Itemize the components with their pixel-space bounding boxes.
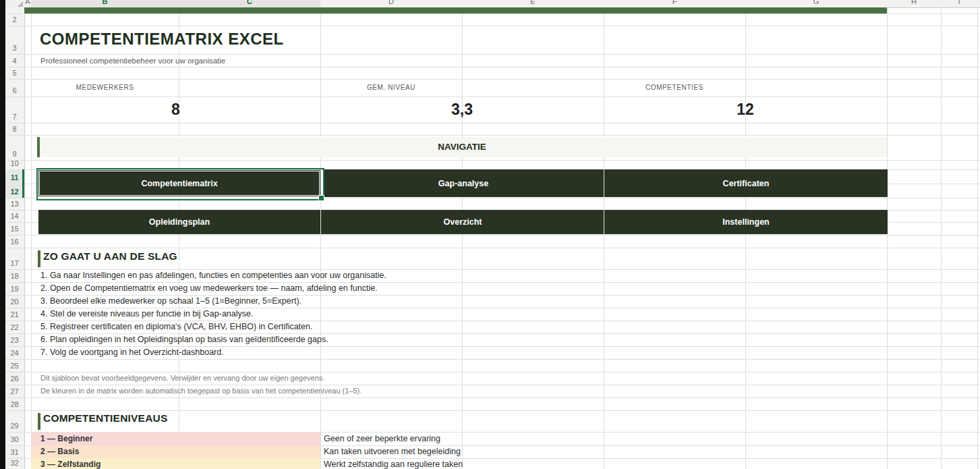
getting-started-heading: ZO GAAT U AAN DE SLAG (43, 250, 177, 263)
step-item: 6. Plan opleidingen in het Opleidingspla… (40, 333, 328, 346)
row-header[interactable]: 23 (5, 335, 24, 346)
step-item: 3. Beoordeel elke medewerker op schaal 1… (40, 295, 301, 308)
row-header[interactable]: 32 (5, 458, 24, 468)
gridline (5, 13, 980, 14)
row-header[interactable]: 18 (5, 271, 24, 281)
column-header-f[interactable]: F (604, 0, 745, 7)
row-header[interactable]: 19 (5, 283, 24, 294)
level-label: 1 — Beginner (31, 432, 320, 445)
row-header[interactable]: 3 (5, 43, 24, 53)
column-header-h[interactable]: H (887, 0, 941, 7)
step-item: 2. Open de Competentiematrix en voeg uw … (40, 282, 378, 295)
navigation-band: NAVIGATIE (37, 137, 887, 157)
level-label: 2 — Basis (31, 445, 320, 458)
nav-button-opleidingsplan[interactable]: Opleidingsplan (38, 210, 320, 234)
top-accent-band (24, 7, 887, 13)
level-row-1: 1 — Beginner (31, 432, 320, 445)
gridline (5, 123, 980, 123)
row-header[interactable]: 10 (5, 158, 24, 169)
gridline (5, 397, 980, 398)
level-description: Kan taken uitvoeren met begeleiding (324, 445, 461, 458)
gridline (5, 235, 980, 236)
stat-value-competenties: 12 (604, 96, 887, 123)
row-header[interactable]: 13 (5, 198, 24, 209)
column-header-i[interactable]: I (941, 0, 977, 7)
row-header[interactable]: 20 (5, 296, 24, 307)
spreadsheet-window: A B C D E F G H I 2 3 4 5 6 7 8 9 10 11 … (0, 0, 980, 469)
stat-label-medewerkers: MEDEWERKERS (31, 79, 179, 96)
row-header[interactable]: 15 (5, 223, 24, 234)
gridline (462, 7, 463, 469)
row-header[interactable]: 4 (5, 55, 24, 66)
nav-button-certificaten[interactable]: Certificaten (604, 169, 888, 197)
step-item: 4. Stel de vereiste niveaus per functie … (40, 308, 253, 321)
level-description: Werkt zelfstandig aan reguliere taken (324, 458, 463, 469)
gridline (5, 67, 980, 67)
row-header[interactable]: 25 (5, 360, 24, 371)
stat-value-gem-niveau: 3,3 (320, 96, 604, 123)
gridline (5, 359, 980, 360)
row-header[interactable]: 12 (5, 186, 24, 197)
page-subtitle: Professioneel competentiebeheer voor uw … (40, 57, 225, 65)
stat-label-gem-niveau: GEM. NIVEAU (320, 79, 462, 96)
gridline (5, 410, 980, 411)
gridline (5, 160, 980, 161)
row-header[interactable]: 27 (5, 386, 24, 397)
row-header[interactable]: 2 (5, 14, 24, 25)
window-edge-strip (0, 0, 5, 469)
levels-heading: COMPETENTIENIVEAUS (43, 412, 167, 424)
stat-value-medewerkers: 8 (31, 96, 320, 123)
gridline (745, 7, 746, 469)
row-header[interactable]: 5 (5, 67, 24, 78)
section-accent-bar (38, 250, 40, 267)
gridline (5, 26, 980, 26)
step-item: 7. Volg de voortgang in het Overzicht-da… (40, 346, 224, 359)
gridline (5, 54, 980, 55)
step-item: 5. Registreer certificaten en diploma's … (40, 321, 312, 333)
gridline (941, 7, 942, 469)
column-header-a[interactable]: A (24, 0, 31, 7)
select-all-corner[interactable] (5, 0, 24, 7)
row-header[interactable]: 11 (5, 172, 24, 183)
section-accent-bar (38, 413, 40, 430)
column-header-d[interactable]: D (320, 0, 462, 7)
nav-button-overzicht[interactable]: Overzicht (320, 210, 604, 234)
row-header[interactable]: 6 (5, 85, 24, 96)
row-header[interactable]: 14 (5, 211, 24, 221)
gridline (320, 7, 321, 469)
gridline (5, 135, 980, 136)
stat-label-competenties: COMPETENTIES (604, 79, 745, 96)
page-title: COMPETENTIEMATRIX EXCEL (40, 30, 284, 49)
level-row-2: 2 — Basis (31, 445, 320, 458)
row-header[interactable]: 29 (5, 420, 24, 431)
level-label: 3 — Zelfstandig (31, 458, 320, 469)
nav-button-gap-analyse[interactable]: Gap-analyse (323, 169, 604, 197)
navigation-heading: NAVIGATIE (37, 137, 887, 157)
row-header[interactable]: 28 (5, 399, 24, 410)
row-header[interactable]: 21 (5, 309, 24, 320)
row-header[interactable]: 22 (5, 322, 24, 333)
column-header-b[interactable]: B (31, 0, 179, 7)
level-description: Geen of zeer beperkte ervaring (324, 432, 440, 445)
column-header-g[interactable]: G (745, 0, 887, 7)
column-header-c[interactable]: C (179, 0, 320, 7)
level-row-3: 3 — Zelfstandig (31, 458, 320, 469)
gridline (5, 248, 980, 248)
nav-button-instellingen[interactable]: Instellingen (604, 210, 888, 234)
column-header-e[interactable]: E (462, 0, 604, 7)
gridline (977, 7, 978, 469)
gridline (887, 7, 888, 469)
row-header[interactable]: 30 (5, 434, 24, 445)
note-item: De kleuren in de matrix worden automatis… (40, 385, 362, 397)
row-header[interactable]: 31 (5, 447, 24, 458)
row-header[interactable]: 26 (5, 373, 24, 384)
gridline (179, 7, 179, 469)
row-header[interactable]: 7 (5, 111, 24, 122)
selection-fill-handle[interactable] (318, 195, 324, 201)
row-header[interactable]: 17 (5, 258, 24, 269)
gridline (604, 7, 604, 469)
row-header[interactable]: 8 (5, 123, 24, 134)
row-header[interactable]: 16 (5, 236, 24, 247)
selection-border (36, 168, 324, 200)
row-header[interactable]: 24 (5, 348, 24, 358)
